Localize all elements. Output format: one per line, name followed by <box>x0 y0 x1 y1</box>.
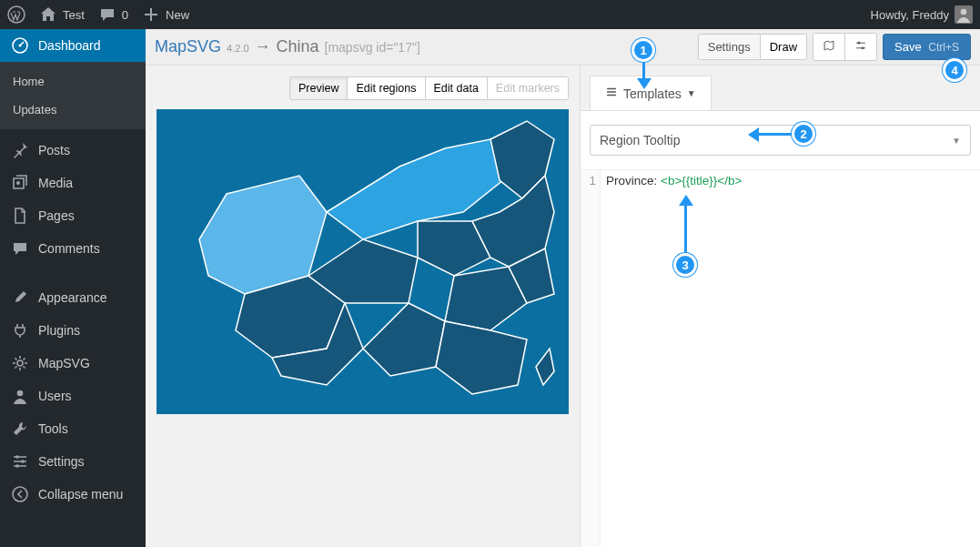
hamburger-icon <box>605 86 618 101</box>
plug-icon <box>11 321 29 339</box>
collapse-icon <box>11 485 29 503</box>
select-value: Region Tooltip <box>600 133 680 147</box>
svg-point-3 <box>19 45 22 47</box>
annotation-bubble-3: 3 <box>673 253 697 277</box>
shortcode-text: [mapsvg id="17"] <box>325 40 420 55</box>
new-link[interactable]: New <box>142 5 189 24</box>
howdy-link[interactable]: Howdy, Freddy <box>871 5 973 24</box>
sidebar-label: Appearance <box>38 290 107 305</box>
code-text: Province: <box>606 174 661 187</box>
sidebar-item-media[interactable]: Media <box>0 167 146 199</box>
wordpress-icon <box>7 5 25 24</box>
code-tag: <b> <box>661 174 682 187</box>
sidebar-label: Home <box>13 75 45 88</box>
line-number: 1 <box>581 170 601 547</box>
annotation-arrow-2-line <box>758 133 792 136</box>
annotation-bubble-2: 2 <box>792 122 815 146</box>
sidebar-label: Settings <box>38 454 85 469</box>
breadcrumb-arrow: → <box>255 37 271 56</box>
sidebar-label: Media <box>38 176 73 190</box>
sidebar-label: Pages <box>38 208 75 223</box>
svg-point-8 <box>21 460 25 463</box>
draw-button[interactable]: Draw <box>761 35 806 59</box>
sidebar-label: Tools <box>38 421 68 436</box>
tab-label: Templates <box>623 86 682 101</box>
main-area: MapSVG 4.2.0 → China [mapsvg id="17"] Se… <box>146 29 980 547</box>
save-hint: Ctrl+S <box>928 41 959 54</box>
sidebar-label: Users <box>38 389 72 403</box>
site-name-link[interactable]: Test <box>39 5 85 24</box>
save-label: Save <box>894 40 922 54</box>
sidebar-item-comments[interactable]: Comments <box>0 232 146 265</box>
avatar-icon <box>955 5 973 24</box>
annotation-arrow-3-head <box>679 195 693 206</box>
sidebar-item-dashboard[interactable]: Dashboard <box>0 29 146 62</box>
sidebar-label: Updates <box>13 103 56 116</box>
annotation-num: 2 <box>800 127 806 141</box>
edit-markers-button[interactable]: Edit markers <box>488 77 568 99</box>
app-name[interactable]: MapSVG <box>155 37 221 56</box>
sidebar-item-home[interactable]: Home <box>0 67 146 96</box>
sidebar-item-plugins[interactable]: Plugins <box>0 314 146 347</box>
sidebar-item-updates[interactable]: Updates <box>0 96 146 124</box>
brush-icon <box>11 289 29 307</box>
annotation-arrow-1-head <box>637 78 652 89</box>
sidebar-item-settings[interactable]: Settings <box>0 445 146 478</box>
sidebar-item-posts[interactable]: Posts <box>0 134 146 167</box>
sidebar-label: Plugins <box>38 323 80 338</box>
pin-icon <box>11 141 29 159</box>
svg-point-10 <box>13 487 27 501</box>
wp-logo[interactable] <box>7 5 25 24</box>
plugin-topbar: MapSVG 4.2.0 → China [mapsvg id="17"] Se… <box>146 29 980 66</box>
map-view-button[interactable] <box>813 34 845 60</box>
code-line: Province: <b>{{title}}</b> <box>601 170 747 547</box>
preview-button[interactable]: Preview <box>290 77 348 99</box>
comments-link[interactable]: 0 <box>98 5 128 24</box>
admin-sidebar: Dashboard Home Updates Posts Media Pages… <box>0 29 146 547</box>
annotation-num: 4 <box>951 64 957 77</box>
annotation-num: 3 <box>682 258 688 272</box>
site-name: Test <box>63 8 85 22</box>
howdy-text: Howdy, Freddy <box>871 8 949 22</box>
save-button[interactable]: Save Ctrl+S <box>883 34 971 60</box>
sidebar-label: Comments <box>38 241 100 256</box>
right-panel: Templates ▼ Region Tooltip ▼ 1 Province:… <box>581 66 980 547</box>
sidebar-item-pages[interactable]: Pages <box>0 199 146 232</box>
svg-point-12 <box>862 46 864 49</box>
annotation-arrow-3-line <box>684 205 687 253</box>
sidebar-item-tools[interactable]: Tools <box>0 412 146 445</box>
svg-point-7 <box>15 455 19 459</box>
home-icon <box>39 5 57 24</box>
code-tag: </b> <box>717 174 742 187</box>
map-title: China <box>277 37 319 56</box>
svg-point-4 <box>16 181 20 185</box>
admin-bar: Test 0 New Howdy, Freddy <box>0 0 980 29</box>
sidebar-label: Collapse menu <box>38 487 123 501</box>
annotation-arrow-2-head <box>748 127 759 142</box>
map-icon <box>823 41 835 55</box>
sidebar-item-users[interactable]: Users <box>0 380 146 412</box>
svg-point-1 <box>961 9 967 15</box>
edit-regions-button[interactable]: Edit regions <box>348 77 425 99</box>
page-icon <box>11 207 29 225</box>
sidebar-item-collapse[interactable]: Collapse menu <box>0 478 146 511</box>
svg-point-9 <box>15 464 19 468</box>
sidebar-item-mapsvg[interactable]: MapSVG <box>0 347 146 380</box>
user-icon <box>11 387 29 405</box>
map-canvas[interactable] <box>157 109 569 414</box>
sidebar-label: MapSVG <box>38 356 90 370</box>
code-editor[interactable]: 1 Province: <b>{{title}}</b> <box>581 170 980 547</box>
annotation-num: 1 <box>640 44 646 57</box>
caret-down-icon: ▼ <box>687 88 696 98</box>
sidebar-item-appearance[interactable]: Appearance <box>0 281 146 314</box>
settings-button[interactable]: Settings <box>699 35 761 59</box>
template-select[interactable]: Region Tooltip ▼ <box>590 125 971 156</box>
plus-icon <box>142 5 160 24</box>
adjust-view-button[interactable] <box>845 34 876 60</box>
svg-point-11 <box>858 42 861 45</box>
svg-point-6 <box>17 390 24 397</box>
sliders-icon <box>854 41 867 55</box>
edit-data-button[interactable]: Edit data <box>426 77 488 99</box>
new-label: New <box>166 8 189 22</box>
sidebar-label: Posts <box>38 143 70 157</box>
